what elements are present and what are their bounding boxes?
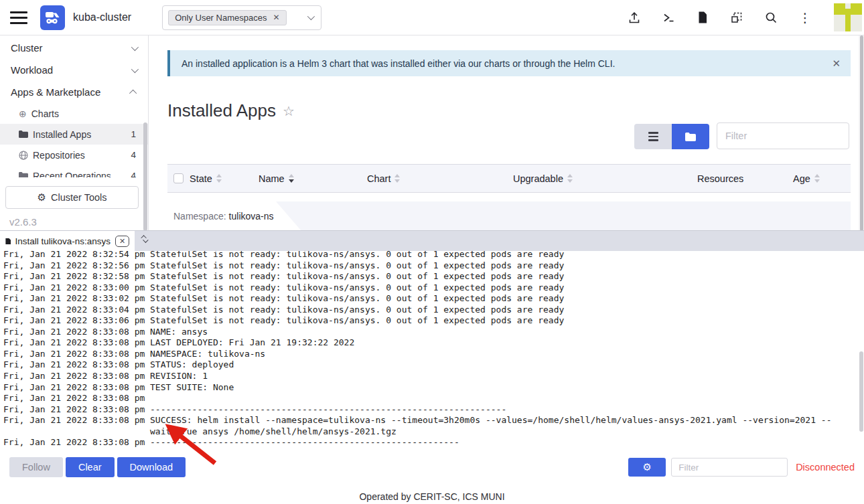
log-timestamp: Fri, Jan 21 2022 8:33:04 pm (3, 305, 150, 316)
folder-view-button[interactable] (672, 124, 709, 149)
log-line: Fri, Jan 21 2022 8:33:08 pm ------------… (3, 404, 857, 416)
download-button[interactable]: Download (117, 457, 186, 477)
kubectl-shell-icon[interactable] (662, 11, 675, 24)
namespace-filter-dropdown[interactable]: Only User Namespaces ✕ (162, 5, 321, 30)
table-header: State Name Chart Upgradable Resources Ag… (167, 164, 851, 193)
sidebar-item-label: Charts (31, 108, 59, 119)
remove-namespace-filter-icon[interactable]: ✕ (273, 13, 279, 22)
namespace-label: Namespace: (173, 211, 226, 222)
page-scrollbar[interactable] (859, 35, 864, 231)
copy-icon[interactable] (730, 11, 743, 24)
log-timestamp: Fri, Jan 21 2022 8:33:08 pm (3, 404, 150, 416)
log-line: Fri, Jan 21 2022 8:33:08 pm LAST DEPLOYE… (3, 337, 857, 349)
sort-icon-active (289, 174, 294, 183)
search-icon[interactable] (764, 11, 778, 24)
kebab-menu-icon[interactable]: ⋮ (798, 11, 812, 24)
sidebar-item-repositories[interactable]: Repositories 4 (0, 145, 148, 165)
log-timestamp: Fri, Jan 21 2022 8:33:08 pm (3, 327, 150, 338)
folder-icon (685, 133, 696, 141)
sidebar-group-apps-marketplace[interactable]: Apps & Marketplace (0, 81, 148, 103)
favorite-star-icon[interactable]: ☆ (283, 103, 295, 119)
log-message: StatefulSet is not ready: tulikova-ns/an… (150, 251, 857, 260)
column-header-upgradable[interactable]: Upgradable (513, 165, 573, 192)
log-line: Fri, Jan 21 2022 8:33:02 pm StatefulSet … (3, 293, 857, 305)
log-settings-button[interactable]: ⚙ (628, 458, 666, 477)
namespace-filter-tag[interactable]: Only User Namespaces ✕ (168, 10, 286, 25)
log-message: StatefulSet is not ready: tulikova-ns/an… (150, 315, 857, 327)
sidebar-nav: Cluster Workload Apps & Marketplace ⊕ Ch… (0, 35, 149, 231)
file-icon (5, 237, 11, 246)
log-message (150, 393, 857, 404)
log-timestamp: Fri, Jan 21 2022 8:33:08 pm (3, 382, 150, 394)
rancher-logo[interactable] (40, 5, 65, 30)
footer-text: Operated by CERIT-SC, ICS MUNI (359, 491, 504, 504)
select-all-checkbox[interactable] (173, 165, 184, 192)
sort-icon (814, 174, 820, 183)
log-filter-input[interactable] (671, 458, 788, 477)
log-line: Fri, Jan 21 2022 8:32:58 pm StatefulSet … (3, 271, 857, 282)
column-header-resources[interactable]: Resources (697, 165, 743, 192)
hamburger-menu-icon[interactable] (10, 11, 27, 24)
info-banner: An installed application is a Helm 3 cha… (167, 50, 851, 76)
close-tab-icon[interactable]: ✕ (115, 236, 129, 247)
log-message: ----------------------------------------… (150, 404, 857, 416)
folder-icon (19, 131, 28, 138)
checkbox[interactable] (173, 173, 184, 183)
file-icon[interactable] (696, 11, 709, 24)
apps-filter-input[interactable] (717, 122, 849, 149)
sidebar-item-installed-apps[interactable]: Installed Apps 1 (0, 124, 148, 145)
log-timestamp: Fri, Jan 21 2022 8:33:08 pm (3, 371, 150, 382)
list-view-button[interactable] (634, 124, 672, 149)
sidebar-item-count: 1 (131, 129, 136, 139)
gear-icon: ⚙ (38, 193, 46, 203)
drawer-resize-handle[interactable] (143, 235, 147, 245)
log-output[interactable]: Fri, Jan 21 2022 8:32:54 pm StatefulSet … (0, 251, 864, 454)
user-avatar[interactable] (834, 3, 862, 31)
log-line: Fri, Jan 21 2022 8:33:00 pm StatefulSet … (3, 282, 857, 294)
chevron-down-icon (131, 65, 139, 72)
sidebar-item-charts[interactable]: ⊕ Charts (0, 103, 148, 124)
cluster-tools-button[interactable]: ⚙ Cluster Tools (5, 186, 139, 209)
column-header-age[interactable]: Age (793, 165, 820, 192)
log-message: StatefulSet is not ready: tulikova-ns/an… (150, 305, 857, 316)
upload-icon[interactable] (628, 11, 641, 24)
log-line: Fri, Jan 21 2022 8:33:06 pm StatefulSet … (3, 315, 857, 327)
sidebar-scrollbar[interactable] (143, 122, 147, 231)
tab-title: Install tulikova-ns:ansys (15, 236, 111, 246)
gear-icon: ⚙ (642, 463, 651, 473)
install-log-tab[interactable]: Install tulikova-ns:ansys ✕ (0, 231, 135, 251)
column-header-name[interactable]: Name (259, 165, 294, 192)
column-header-state[interactable]: State (190, 165, 222, 192)
column-header-chart[interactable]: Chart (367, 165, 400, 192)
namespace-value: tulikova-ns (229, 211, 274, 222)
log-message: StatefulSet is not ready: tulikova-ns/an… (150, 282, 857, 294)
sidebar-item-label: Repositories (33, 150, 85, 161)
page-footer: Operated by CERIT-SC, ICS MUNI (0, 481, 864, 504)
sidebar-group-label: Apps & Marketplace (11, 86, 100, 98)
info-banner-text: An installed application is a Helm 3 cha… (182, 58, 615, 69)
window-manager-drawer: Install tulikova-ns:ansys ✕ Fri, Jan 21 … (0, 231, 864, 481)
clear-button[interactable]: Clear (66, 457, 115, 477)
log-toolbar: Follow Clear Download ⚙ Disconnected (0, 454, 864, 481)
follow-button[interactable]: Follow (9, 457, 63, 477)
sidebar-group-workload[interactable]: Workload (0, 59, 148, 81)
log-scrollbar[interactable] (859, 351, 863, 432)
sidebar-group-cluster[interactable]: Cluster (0, 37, 148, 59)
chevron-down-icon (307, 13, 315, 20)
chevron-down-icon (131, 43, 139, 50)
log-line: Fri, Jan 21 2022 8:33:08 pm ------------… (3, 437, 857, 448)
log-timestamp: Fri, Jan 21 2022 8:33:02 pm (3, 293, 150, 305)
log-message: SUCCESS: helm install --namespace=tuliko… (150, 415, 857, 437)
namespace-filter-tag-label: Only User Namespaces (175, 13, 267, 23)
banner-close-icon[interactable]: ✕ (832, 58, 841, 70)
log-line: Fri, Jan 21 2022 8:33:08 pm TEST SUITE: … (3, 382, 857, 394)
log-message: StatefulSet is not ready: tulikova-ns/an… (150, 260, 857, 272)
sort-icon (394, 174, 400, 183)
sort-icon (216, 174, 222, 183)
log-timestamp: Fri, Jan 21 2022 8:33:08 pm (3, 359, 150, 371)
globe-icon (19, 151, 28, 160)
rancher-logo-icon (44, 9, 62, 25)
log-line: Fri, Jan 21 2022 8:32:56 pm StatefulSet … (3, 260, 857, 272)
rancher-app: kuba-cluster Only User Namespaces ✕ (0, 0, 864, 504)
log-timestamp: Fri, Jan 21 2022 8:33:06 pm (3, 315, 150, 327)
